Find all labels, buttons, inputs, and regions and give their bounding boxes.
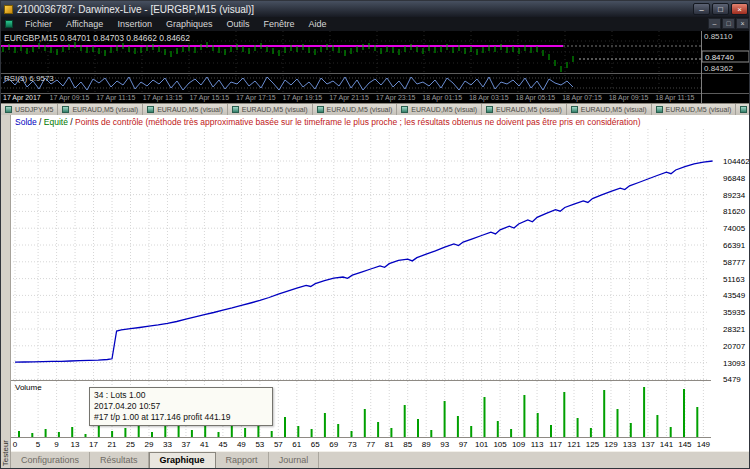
graph-legend: Solde / Equité / Points de contrôle (mét…: [15, 117, 641, 127]
time-axis-label: 18 Apr 09:15: [609, 93, 656, 103]
time-axis-label: 17 Apr 09:15: [50, 93, 97, 103]
x-tick-label: 85: [403, 440, 412, 449]
symbol-ohlc-label: EURGBP,M15 0.84701 0.84703 0.84662 0.846…: [4, 33, 190, 43]
x-tick-label: 5: [36, 440, 41, 449]
y-tick-label: 51163: [723, 275, 745, 284]
x-tick-label: 93: [440, 440, 449, 449]
mdi-minimize-button[interactable]: –: [708, 18, 721, 29]
time-axis-label: 17 Apr 17:15: [236, 93, 283, 103]
x-tick-label: 97: [459, 440, 468, 449]
window-title: 2100036787: Darwinex-Live - [EURGBP,M15 …: [17, 4, 254, 15]
y-tick-label: 74005: [723, 224, 746, 233]
price-axis-low-label: 0.84362: [704, 64, 733, 73]
x-tick-label: 57: [274, 440, 283, 449]
x-tick-label: 145: [678, 440, 692, 449]
title-bar[interactable]: 2100036787: Darwinex-Live - [EURGBP,M15 …: [1, 1, 750, 17]
maximize-button[interactable]: □: [712, 3, 729, 15]
chart-tab-euraud-m5-visual[interactable]: EURAUD,M5 (visual): [58, 104, 143, 115]
menu-fichier[interactable]: Fichier: [18, 17, 59, 31]
time-axis-label: 18 Apr 07:15: [562, 93, 609, 103]
close-button[interactable]: ×: [731, 3, 748, 15]
y-axis-labels: 1044629684889234816207400566391587775116…: [723, 157, 750, 384]
menu-aide[interactable]: Aide: [302, 17, 334, 31]
tester-tab-journal[interactable]: Journal: [269, 452, 320, 469]
x-tick-label: 109: [512, 440, 526, 449]
x-tick-label: 105: [493, 440, 507, 449]
chart-tab-icon: [62, 106, 69, 113]
y-tick-label: 81620: [723, 207, 746, 216]
y-tick-label: 20707: [723, 342, 746, 351]
time-axis-label: 17 Apr 2017: [3, 93, 50, 103]
x-tick-label: 81: [385, 440, 394, 449]
chart-tab-euraud-m5-visual[interactable]: EURAUD,M5 (visual): [313, 104, 398, 115]
chart-tab-icon: [740, 106, 747, 113]
x-tick-label: 61: [292, 440, 301, 449]
legend-method-warning: Points de contrôle (méthode très approxi…: [75, 117, 641, 127]
tester-tab-bar: ConfigurationsRésultatsGraphiqueRapportJ…: [11, 451, 750, 469]
time-axis: 17 Apr 201717 Apr 09:1517 Apr 11:1517 Ap…: [3, 93, 703, 103]
chart-tab-label: EURAUD,M5 (visual): [581, 106, 647, 113]
y-tick-label: 43549: [723, 291, 746, 300]
tester-side-label: Testeur: [1, 440, 11, 466]
x-tick-label: 13: [71, 440, 80, 449]
y-tick-label: 28321: [723, 325, 746, 334]
y-tick-label: 13093: [723, 359, 746, 368]
legend-separator: /: [68, 117, 75, 127]
tester-tab-rapport[interactable]: Rapport: [216, 452, 269, 469]
time-axis-label: 18 Apr 01:15: [422, 93, 469, 103]
tester-tab-graphique[interactable]: Graphique: [149, 452, 216, 469]
mdi-restore-button[interactable]: □: [722, 18, 735, 29]
mdi-close-button[interactable]: ×: [736, 18, 749, 29]
y-tick-label: 96848: [723, 174, 746, 183]
x-tick-label: 137: [641, 440, 655, 449]
menu-outils[interactable]: Outils: [219, 17, 256, 31]
x-tick-label: 29: [145, 440, 154, 449]
chart-tab-euraud-m5-visual[interactable]: EURAUD,M5 (visual): [482, 104, 567, 115]
tester-tab-configurations[interactable]: Configurations: [11, 452, 90, 469]
time-axis-label: 18 Apr 11:15: [655, 93, 702, 103]
rsi-indicator-label: RSI(3) 6.9573: [4, 74, 54, 83]
chart-tab-label: EURAUD,M5 (visual): [327, 106, 393, 113]
y-tick-label: 66391: [723, 241, 746, 250]
time-axis-label: 18 Apr 03:15: [469, 93, 516, 103]
tooltip-line: 2017.04.20 10:57: [94, 401, 268, 412]
chart-tab-euraud-m5-visual[interactable]: EURAUD,M5 (visual): [567, 104, 652, 115]
x-tick-label: 89: [422, 440, 431, 449]
chart-tab-usdjpy-m5[interactable]: USDJPY,M5: [1, 104, 58, 115]
y-tick-label: 104462: [723, 157, 750, 166]
x-tick-label: 101: [475, 440, 489, 449]
chart-tab-euraud-m5-visual[interactable]: EURAUD,M5 (visual): [736, 104, 750, 115]
x-tick-label: 117: [549, 440, 562, 449]
menu-affichage[interactable]: Affichage: [59, 17, 110, 31]
chart-tab-label: EURAUD,M5 (visual): [496, 106, 562, 113]
x-tick-label: 49: [237, 440, 246, 449]
legend-equity: Equité: [44, 117, 68, 127]
time-axis-label: 17 Apr 13:15: [143, 93, 190, 103]
tester-tab-re-sultats[interactable]: Résultats: [90, 452, 149, 469]
x-tick-label: 113: [531, 440, 544, 449]
minimize-button[interactable]: –: [693, 3, 710, 15]
price-axis-current-label: 0.84740: [705, 53, 734, 62]
mt4-window: 2100036787: Darwinex-Live - [EURGBP,M15 …: [0, 0, 750, 469]
x-tick-label: 41: [200, 440, 209, 449]
chart-tab-euraud-m5-visual[interactable]: EURAUD,M5 (visual): [397, 104, 482, 115]
chart-tab-euraud-m5-visual[interactable]: EURAUD,M5 (visual): [652, 104, 737, 115]
x-tick-label: 133: [623, 440, 637, 449]
menu-bar: FichierAffichageInsertionGraphiquesOutil…: [1, 17, 750, 31]
price-chart-panel[interactable]: 0.851100.847400.84362 EURGBP,M15 0.84701…: [1, 31, 750, 103]
x-tick-label: 53: [255, 440, 264, 449]
x-tick-label: 149: [697, 440, 711, 449]
menu-fene-tre[interactable]: Fenêtre: [256, 17, 301, 31]
chart-tab-euraud-m5-visual[interactable]: EURAUD,M5 (visual): [143, 104, 228, 115]
tester-side-strip[interactable]: Testeur: [1, 115, 11, 469]
menu-insertion[interactable]: Insertion: [110, 17, 159, 31]
x-tick-label: 17: [89, 440, 98, 449]
chart-tab-label: EURAUD,M5 (visual): [242, 106, 308, 113]
chart-tab-icon: [232, 106, 239, 113]
x-tick-label: 77: [366, 440, 375, 449]
time-axis-label: 18 Apr 05:15: [516, 93, 563, 103]
chart-tab-euraud-m5-visual[interactable]: EURAUD,M5 (visual): [228, 104, 313, 115]
menu-graphiques[interactable]: Graphiques: [159, 17, 220, 31]
chart-tab-icon: [317, 106, 324, 113]
tester-graph-area[interactable]: Solde / Equité / Points de contrôle (mét…: [11, 115, 750, 451]
